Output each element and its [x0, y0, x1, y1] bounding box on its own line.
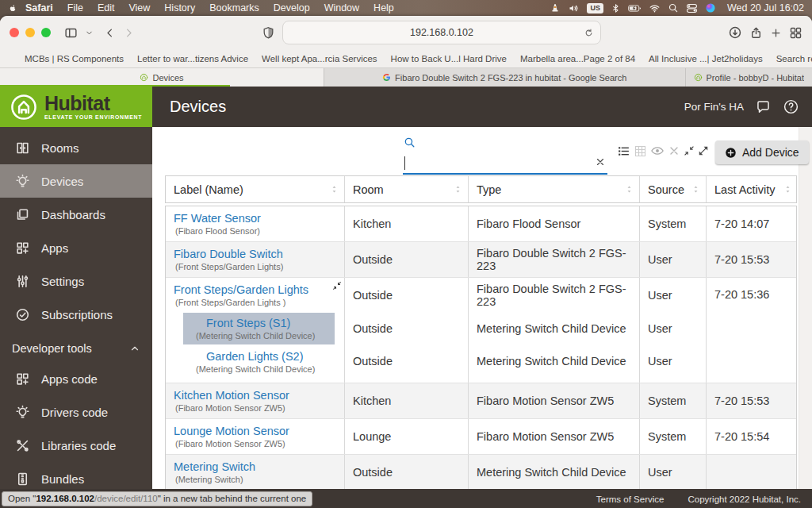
battery-icon[interactable] [628, 2, 642, 15]
add-device-button[interactable]: Add Device [715, 140, 809, 164]
column-header-type[interactable]: Type [469, 176, 640, 202]
expand-all-icon[interactable] [698, 145, 709, 156]
volume-icon[interactable] [568, 2, 580, 14]
minimize-window-button[interactable] [25, 28, 35, 37]
sidebar-item-drivers-code[interactable]: Drivers code [0, 395, 152, 429]
device-link[interactable]: FF Water Sensor [174, 212, 339, 225]
sidebar-toggle-icon[interactable] [64, 26, 78, 40]
bookmark-item[interactable]: MCBs | RS Components [25, 54, 124, 64]
menu-help[interactable]: Help [366, 2, 401, 13]
device-link[interactable]: Garden Lights (S2) [206, 350, 330, 363]
menu-window[interactable]: Window [317, 2, 366, 13]
device-link[interactable]: Kitchen Motion Sensor [174, 389, 339, 402]
last-activity-cell: 7-20 14:07 [707, 206, 798, 241]
menu-safari[interactable]: Safari [18, 2, 60, 13]
control-center-icon[interactable] [686, 2, 698, 14]
bookmark-item[interactable]: Well kept Apa...rcia Services [262, 54, 377, 64]
sidebar-item-label: Libraries code [41, 439, 116, 452]
privacy-shield-icon[interactable] [262, 26, 275, 40]
brand-name: Hubitat [44, 94, 142, 114]
downloads-button[interactable] [728, 25, 742, 40]
child-device-highlighted[interactable]: Front Steps (S1)(Metering Switch Child D… [183, 313, 335, 344]
view-toolbar [617, 144, 709, 158]
column-header-last-activity[interactable]: Last Activity [707, 176, 798, 202]
share-button[interactable] [749, 26, 763, 40]
close-window-button[interactable] [10, 28, 19, 37]
wifi-icon[interactable] [649, 2, 661, 14]
table-body: FF Water Sensor(Fibaro Flood Sensor)Kitc… [165, 206, 797, 489]
menu-history[interactable]: History [157, 2, 202, 13]
device-link[interactable]: Front Steps (S1) [206, 317, 330, 329]
hubitat-logo[interactable]: Hubitat ELEVATE YOUR ENVIRONMENT [0, 87, 152, 127]
collapse-children-icon[interactable] [332, 281, 342, 291]
bookmark-item[interactable]: How to Back U...l Hard Drive [391, 54, 507, 64]
hub-name[interactable]: Por Fin's HA [684, 101, 744, 113]
bundle-icon [15, 471, 30, 487]
show-hidden-icon[interactable] [650, 144, 665, 158]
apple-menu-icon[interactable] [8, 3, 18, 13]
device-link[interactable]: Front Steps/Garden Lights [174, 283, 339, 296]
close-filter-icon[interactable] [668, 144, 680, 157]
device-link[interactable]: Fibaro Double Switch [174, 248, 339, 260]
menu-view[interactable]: View [121, 2, 157, 13]
menu-bar-clock[interactable]: Wed 20 Jul 16:02 [727, 2, 804, 13]
sidebar-item-libraries-code[interactable]: Libraries code [0, 429, 152, 462]
back-button[interactable] [104, 27, 116, 39]
column-header-source[interactable]: Source [640, 176, 707, 202]
menu-file[interactable]: File [60, 2, 90, 13]
grid-view-icon[interactable] [634, 144, 647, 158]
bookmark-item[interactable]: All Inclusive ...| Jet2holidays [649, 54, 763, 64]
device-link[interactable]: Metering Switch [174, 460, 339, 473]
sidebar-item-label: Devices [41, 175, 83, 188]
check-circle-icon [15, 307, 30, 322]
browser-tab[interactable]: Fibaro Double Switch 2 FGS-223 in hubita… [324, 68, 686, 87]
sidebar-item-label: Rooms [41, 141, 79, 155]
reload-icon[interactable] [584, 28, 594, 38]
siri-icon[interactable] [705, 2, 716, 13]
forward-button[interactable] [123, 27, 135, 39]
collapse-all-icon[interactable] [684, 145, 695, 156]
sidebar-item-devices[interactable]: Devices [0, 164, 152, 198]
address-bar[interactable]: 192.168.0.102 [282, 21, 601, 44]
column-header-room[interactable]: Room [345, 176, 469, 202]
room-cell: Outside [345, 242, 469, 277]
sidebar-item-subscriptions[interactable]: Subscriptions [0, 298, 152, 331]
chat-bubble-icon[interactable] [755, 98, 772, 115]
sidebar-section-developer-tools[interactable]: Developer tools [0, 335, 152, 362]
sidebar-item-settings[interactable]: Settings [0, 264, 152, 298]
zoom-window-button[interactable] [41, 28, 51, 37]
page-scrollbar[interactable] [799, 127, 812, 489]
bookmark-item[interactable]: Search result... | Ebuyer.com [776, 54, 812, 64]
sidebar-item-rooms[interactable]: Rooms [0, 131, 152, 164]
menu-develop[interactable]: Develop [266, 2, 317, 13]
sidebar-item-dashboards[interactable]: Dashboards [0, 198, 152, 231]
input-source-badge[interactable]: US [587, 3, 603, 13]
table-row: Front Steps/Garden Lights(Front Steps/Ga… [166, 278, 796, 383]
menu-edit[interactable]: Edit [90, 2, 122, 13]
child-device[interactable]: Garden Lights (S2)(Metering Switch Child… [183, 346, 335, 378]
sidebar-item-bundles[interactable]: Bundles [0, 462, 152, 495]
new-tab-button[interactable] [770, 27, 782, 39]
device-link[interactable]: Lounge Motion Sensor [174, 425, 339, 437]
vlc-icon[interactable] [550, 2, 561, 13]
sidebar-item-apps[interactable]: Apps [0, 231, 152, 264]
clear-search-icon[interactable] [595, 156, 606, 167]
label-cell: Fibaro Double Switch(Front Steps/Garden … [166, 242, 345, 277]
terms-link[interactable]: Terms of Service [596, 495, 665, 504]
sidebar-chevron-icon[interactable] [85, 29, 94, 37]
sort-icon [691, 184, 701, 194]
cell-text: 7-20 15:36 [714, 288, 793, 301]
bookmark-item[interactable]: Marbella area...Page 2 of 84 [520, 54, 635, 64]
cell-text: User [648, 466, 701, 479]
sidebar-item-apps-code[interactable]: Apps code [0, 362, 152, 395]
help-icon[interactable] [783, 98, 799, 115]
tab-overview-button[interactable] [789, 26, 802, 40]
spotlight-search-icon[interactable] [668, 2, 679, 13]
browser-tab[interactable]: Profile - bobbyD - Hubitat [686, 68, 812, 87]
search-input[interactable] [403, 153, 573, 173]
list-view-icon[interactable] [617, 144, 630, 158]
menu-bookmarks[interactable]: Bookmarks [202, 2, 266, 13]
bluetooth-icon[interactable] [611, 3, 621, 13]
column-header-label-name-[interactable]: Label (Name) [166, 176, 345, 202]
bookmark-item[interactable]: Letter to war...tizens Advice [137, 54, 248, 64]
